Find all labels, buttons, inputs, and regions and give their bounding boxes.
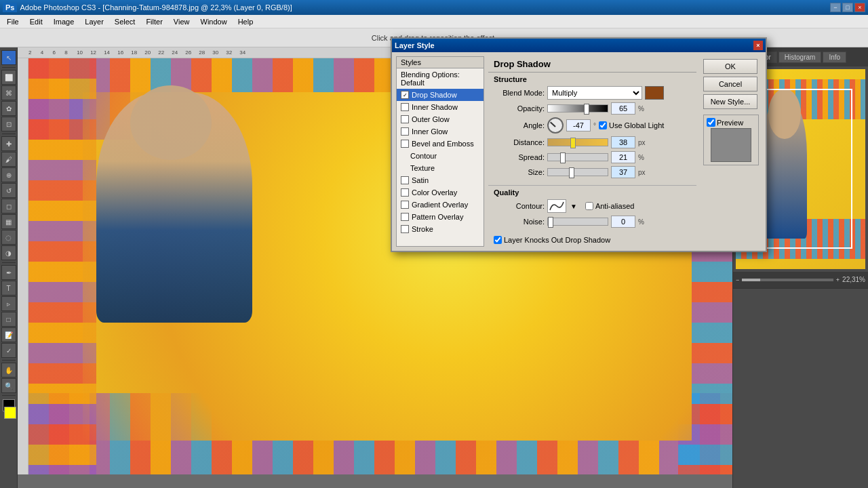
angle-input[interactable] <box>566 119 591 131</box>
outer-glow-checkbox[interactable] <box>401 115 409 123</box>
style-color-overlay[interactable]: Color Overlay <box>397 186 484 199</box>
zoom-tool[interactable]: 🔍 <box>1 378 16 393</box>
close-button[interactable]: × <box>854 3 865 12</box>
preview-checkbox[interactable] <box>707 118 715 127</box>
text-tool[interactable]: T <box>1 281 16 296</box>
background-color[interactable] <box>4 407 16 419</box>
shadow-color-swatch[interactable] <box>645 86 664 100</box>
noise-slider[interactable] <box>547 218 608 226</box>
style-stroke[interactable]: Stroke <box>397 223 484 235</box>
layer-knocks-checkbox[interactable] <box>494 236 502 244</box>
inner-shadow-checkbox[interactable] <box>401 103 409 111</box>
pen-tool[interactable]: ✒ <box>1 265 16 280</box>
zoom-in-icon[interactable]: + <box>836 277 840 283</box>
eraser-tool[interactable]: ◻ <box>1 199 16 214</box>
style-outer-glow[interactable]: Outer Glow <box>397 113 484 125</box>
path-tool[interactable]: ▹ <box>1 296 16 311</box>
hand-tool[interactable]: ✋ <box>1 363 16 378</box>
quick-select-tool[interactable]: ✿ <box>1 101 16 116</box>
satin-checkbox[interactable] <box>401 176 409 184</box>
blur-tool[interactable]: ◌ <box>1 230 16 245</box>
menu-edit[interactable]: Edit <box>24 16 48 27</box>
crop-tool[interactable]: ⊡ <box>1 117 16 131</box>
dodge-tool[interactable]: ◑ <box>1 245 16 260</box>
gradient-overlay-checkbox[interactable] <box>401 201 409 209</box>
tool-separator-1 <box>2 67 16 68</box>
bevel-emboss-checkbox[interactable] <box>401 140 409 148</box>
healing-tool[interactable]: ✚ <box>1 136 16 151</box>
drop-shadow-checkbox[interactable]: ✓ <box>401 91 409 99</box>
distance-input[interactable] <box>611 136 635 148</box>
menu-file[interactable]: File <box>1 16 24 27</box>
brush-tool[interactable]: 🖌 <box>1 152 16 167</box>
cancel-button[interactable]: Cancel <box>703 77 757 92</box>
use-global-light-label[interactable]: Use Global Light <box>599 121 664 129</box>
gradient-tool[interactable]: ▦ <box>1 214 16 229</box>
maximize-button[interactable]: □ <box>842 3 853 12</box>
tab-info[interactable]: Info <box>823 52 846 63</box>
style-gradient-overlay[interactable]: Gradient Overlay <box>397 199 484 211</box>
preview-label[interactable]: Preview <box>707 118 755 127</box>
menu-view[interactable]: View <box>168 16 195 27</box>
notes-tool[interactable]: 📝 <box>1 327 16 342</box>
anti-aliased-text: Anti-aliased <box>595 202 634 210</box>
style-pattern-overlay[interactable]: Pattern Overlay <box>397 211 484 223</box>
pattern-overlay-label: Pattern Overlay <box>412 213 463 221</box>
tab-histogram[interactable]: Histogram <box>778 52 822 63</box>
contour-preview[interactable] <box>547 199 566 213</box>
eyedropper-tool[interactable]: ✓ <box>1 343 16 358</box>
pattern-overlay-checkbox[interactable] <box>401 213 409 221</box>
inner-glow-checkbox[interactable] <box>401 127 409 136</box>
style-inner-shadow[interactable]: Inner Shadow <box>397 101 484 113</box>
selection-tool[interactable]: ⬜ <box>1 70 16 85</box>
blend-mode-select[interactable]: Multiply <box>547 86 642 100</box>
menu-help[interactable]: Help <box>233 16 259 27</box>
contour-dropdown-arrow[interactable]: ▼ <box>570 203 577 210</box>
quality-section: Quality Contour: ▼ Anti-aliased <box>488 185 696 233</box>
style-blending-options[interactable]: Blending Options: Default <box>397 68 484 89</box>
structure-section: Structure Blend Mode: Multiply Opacity: <box>488 73 696 184</box>
lasso-tool[interactable]: ⌘ <box>1 85 16 100</box>
size-input[interactable] <box>611 166 635 178</box>
menu-select[interactable]: Select <box>109 16 141 27</box>
size-slider[interactable] <box>547 168 608 176</box>
anti-aliased-label[interactable]: Anti-aliased <box>585 202 634 210</box>
zoom-slider[interactable] <box>742 279 833 281</box>
minimize-button[interactable]: − <box>830 3 841 12</box>
use-global-light-text: Use Global Light <box>609 121 664 129</box>
menu-window[interactable]: Window <box>195 16 233 27</box>
shape-tool[interactable]: □ <box>1 312 16 327</box>
spread-label: Spread: <box>494 153 545 161</box>
history-brush[interactable]: ↺ <box>1 183 16 198</box>
use-global-light-checkbox[interactable] <box>599 121 607 129</box>
spread-slider[interactable] <box>547 153 608 161</box>
ok-button[interactable]: OK <box>703 59 757 74</box>
style-inner-glow[interactable]: Inner Glow <box>397 125 484 138</box>
opacity-input[interactable]: 65 <box>611 102 635 115</box>
anti-aliased-checkbox[interactable] <box>585 202 593 210</box>
style-satin[interactable]: Satin <box>397 174 484 186</box>
style-bevel-emboss[interactable]: Bevel and Emboss <box>397 138 484 150</box>
layer-knocks-label[interactable]: Layer Knocks Out Drop Shadow <box>494 236 691 244</box>
zoom-out-icon[interactable]: − <box>736 277 739 283</box>
style-drop-shadow[interactable]: ✓ Drop Shadow <box>397 89 484 101</box>
menu-layer[interactable]: Layer <box>79 16 109 27</box>
move-tool[interactable]: ↖ <box>1 50 16 65</box>
new-style-button[interactable]: New Style... <box>703 94 757 109</box>
menu-image[interactable]: Image <box>48 16 80 27</box>
dialog-close-button[interactable]: × <box>753 41 763 50</box>
angle-dial[interactable] <box>547 117 564 134</box>
distance-slider[interactable] <box>547 138 608 146</box>
dialog-titlebar: Layer Style × <box>392 39 766 52</box>
menu-filter[interactable]: Filter <box>140 16 167 27</box>
clone-tool[interactable]: ⊕ <box>1 167 16 182</box>
spread-input[interactable] <box>611 151 635 163</box>
color-overlay-checkbox[interactable] <box>401 188 409 197</box>
satin-label: Satin <box>412 176 429 184</box>
stroke-checkbox[interactable] <box>401 225 409 233</box>
style-texture[interactable]: Texture <box>397 162 484 174</box>
size-label: Size: <box>494 168 545 176</box>
opacity-slider[interactable] <box>547 104 608 113</box>
style-contour[interactable]: Contour <box>397 150 484 162</box>
noise-input[interactable] <box>611 216 635 228</box>
